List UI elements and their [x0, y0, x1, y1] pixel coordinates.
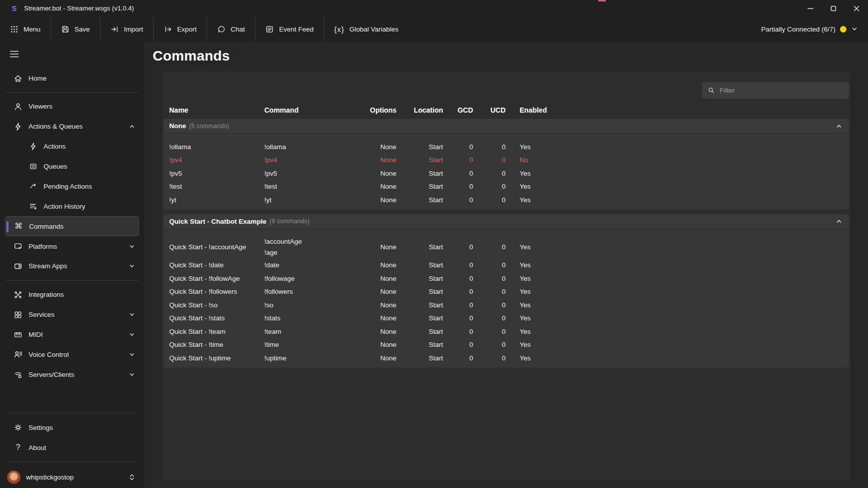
cell-name: !pv4: [169, 156, 264, 164]
cell-location: Start: [396, 301, 443, 309]
import-button[interactable]: Import: [101, 17, 153, 42]
column-header-enabled[interactable]: Enabled: [506, 106, 843, 114]
cell-options: None: [364, 170, 396, 177]
export-button[interactable]: Export: [154, 17, 207, 42]
column-header-command[interactable]: Command: [264, 106, 364, 114]
cell-ucd: 0: [473, 261, 506, 269]
sidebar-item-actions-queues[interactable]: Actions & Queues: [0, 117, 144, 137]
chevron-up-down-icon: [129, 473, 135, 481]
cell-name: !yt: [169, 196, 264, 204]
import-label: Import: [124, 26, 143, 33]
sidebar-item-integrations[interactable]: Integrations: [0, 285, 144, 305]
commands-icon: ⌘: [14, 222, 24, 230]
table-row[interactable]: !test !test None Start 0 0 Yes: [164, 180, 849, 194]
save-icon: [61, 25, 70, 34]
cell-enabled: Yes: [506, 170, 843, 177]
filter-box: [702, 82, 849, 99]
export-icon: [164, 25, 172, 34]
platforms-icon: [13, 242, 23, 251]
command-group-quick-start: Quick Start - Chatbot Example (9 command…: [164, 214, 849, 368]
viewers-icon: [13, 102, 23, 111]
column-header-options[interactable]: Options: [364, 106, 396, 114]
chat-button[interactable]: Chat: [207, 17, 255, 42]
sidebar-item-home[interactable]: Home: [0, 69, 144, 89]
cell-command: !pv5: [264, 170, 364, 177]
table-row[interactable]: Quick Start - !stats !stats None Start 0…: [164, 312, 849, 325]
table-row[interactable]: !ollama !ollama None Start 0 0 Yes: [164, 140, 849, 154]
sidebar-item-label: MIDI: [29, 331, 43, 338]
sidebar-item-stream-apps[interactable]: Stream Apps: [0, 256, 144, 276]
event-feed-button[interactable]: Event Feed: [255, 17, 323, 42]
table-row[interactable]: !pv5 !pv5 None Start 0 0 Yes: [164, 167, 849, 180]
table-row[interactable]: Quick Start - !date !date None Start 0 0…: [164, 259, 849, 272]
chevron-up-icon[interactable]: [835, 123, 842, 130]
column-header-gcd[interactable]: GCD: [443, 106, 473, 114]
sidebar-item-midi[interactable]: MIDI: [0, 325, 144, 345]
table-row[interactable]: Quick Start - !followers !followers None…: [164, 285, 849, 299]
sidebar-item-about[interactable]: ? About: [0, 437, 144, 457]
chevron-down-icon: [129, 371, 135, 378]
save-button[interactable]: Save: [51, 17, 100, 42]
close-button[interactable]: [845, 0, 868, 17]
sidebar-toggle-button[interactable]: [7, 48, 21, 60]
table-row[interactable]: Quick Start - !accountAge !accountAge!ag…: [164, 236, 849, 259]
sidebar-item-voice-control[interactable]: Voice Control: [0, 345, 144, 365]
cell-options: None: [364, 275, 396, 282]
table-row[interactable]: Quick Start - !uptime !uptime None Start…: [164, 351, 849, 365]
minimize-button[interactable]: [799, 0, 822, 17]
cell-ucd: 0: [473, 328, 506, 335]
cell-command: !accountAge!age: [264, 236, 364, 258]
voice-control-icon: [13, 350, 23, 359]
connection-status[interactable]: Partially Connected (6/7): [761, 26, 868, 33]
global-variables-button[interactable]: {x} Global Variables: [324, 17, 408, 42]
column-header-ucd[interactable]: UCD: [473, 106, 506, 114]
cell-command: !uptime: [264, 354, 364, 362]
sidebar-item-pending-actions[interactable]: Pending Actions: [0, 176, 144, 196]
sidebar-item-platforms[interactable]: Platforms: [0, 236, 144, 256]
cell-enabled: Yes: [506, 143, 843, 151]
cell-gcd: 0: [443, 301, 473, 309]
sidebar-item-servers-clients[interactable]: Servers/Clients: [0, 364, 144, 384]
sidebar-item-label: Viewers: [29, 103, 53, 110]
cell-command: !stats: [264, 314, 364, 322]
midi-icon: [13, 330, 23, 339]
cell-ucd: 0: [473, 183, 506, 190]
sidebar-item-settings[interactable]: Settings: [0, 417, 144, 437]
cell-location: Start: [396, 275, 443, 282]
cell-ucd: 0: [473, 143, 506, 151]
group-header[interactable]: None (5 commands): [164, 119, 849, 134]
sidebar-item-label: Stream Apps: [29, 262, 67, 270]
chevron-up-icon[interactable]: [835, 218, 842, 225]
sidebar-item-action-history[interactable]: Action History: [0, 196, 144, 216]
cell-options: None: [364, 183, 396, 190]
sidebar-item-queues[interactable]: Queues: [0, 157, 144, 177]
cell-location: Start: [396, 288, 443, 295]
table-row[interactable]: Quick Start - !team !team None Start 0 0…: [164, 325, 849, 338]
integrations-icon: [13, 290, 23, 299]
menu-button[interactable]: Menu: [0, 17, 51, 42]
chevron-down-icon: [129, 331, 135, 338]
table-row[interactable]: Quick Start - !time !time None Start 0 0…: [164, 338, 849, 352]
maximize-button[interactable]: [822, 0, 845, 17]
cell-name: Quick Start - !uptime: [169, 354, 264, 362]
cell-location: Start: [396, 354, 443, 362]
table-row[interactable]: Quick Start - !followAge !followage None…: [164, 272, 849, 285]
table-row[interactable]: !yt !yt None Start 0 0 Yes: [164, 193, 849, 207]
column-header-name[interactable]: Name: [169, 106, 264, 114]
group-header[interactable]: Quick Start - Chatbot Example (9 command…: [164, 214, 849, 229]
title-bar: S Streamer.bot - Streamer.wsgs (v1.0.4): [0, 0, 868, 17]
sidebar-item-label: Action History: [44, 203, 85, 210]
sidebar-item-commands[interactable]: ⌘ Commands: [5, 216, 139, 236]
column-header-location[interactable]: Location: [396, 106, 443, 114]
table-row[interactable]: Quick Start - !so !so None Start 0 0 Yes: [164, 298, 849, 312]
sidebar-item-services[interactable]: Services: [0, 305, 144, 325]
filter-input[interactable]: [720, 87, 843, 94]
table-row[interactable]: !pv4 !pv4 None Start 0 0 No: [164, 154, 849, 167]
cell-options: None: [364, 288, 396, 295]
servers-clients-icon: [13, 370, 23, 379]
sidebar-item-label: Commands: [29, 223, 64, 230]
account-switcher[interactable]: whipstickgostop: [0, 466, 144, 488]
sidebar-item-viewers[interactable]: Viewers: [0, 97, 144, 117]
window-title: Streamer.bot - Streamer.wsgs (v1.0.4): [24, 5, 134, 12]
sidebar-item-actions[interactable]: Actions: [0, 137, 144, 157]
